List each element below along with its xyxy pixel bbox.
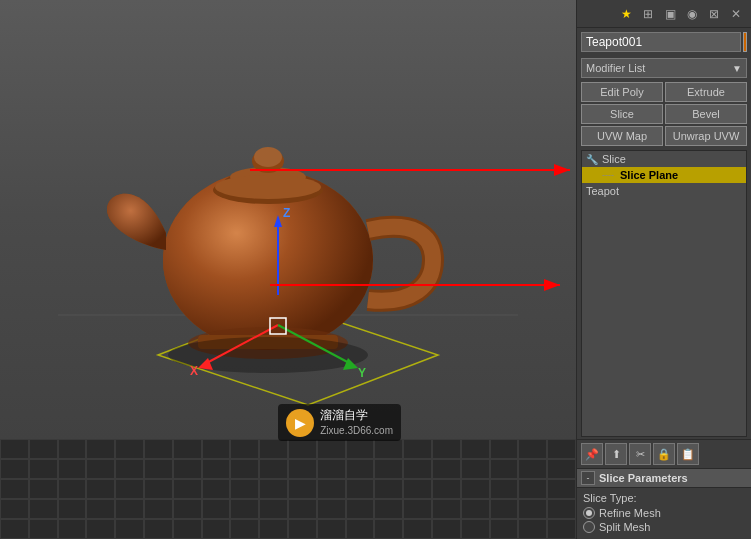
watermark-icon: ▶	[286, 409, 314, 437]
teapot-area: Z X Y	[30, 30, 546, 459]
dropdown-arrow-icon: ▼	[732, 63, 742, 74]
top-toolbar: ★ ⊞ ▣ ◉ ⊠ ✕	[577, 0, 751, 28]
modifier-row: Modifier List ▼	[577, 56, 751, 80]
svg-text:Z: Z	[283, 206, 290, 220]
split-mesh-label: Split Mesh	[599, 521, 650, 533]
bottom-icons-bar: 📌 ⬆ ✂ 🔒 📋	[577, 439, 751, 469]
refine-mesh-row[interactable]: Refine Mesh	[583, 507, 745, 519]
toolbar-icon-star[interactable]: ★	[615, 3, 637, 25]
unwrap-uvw-button[interactable]: Unwrap UVW	[665, 126, 747, 146]
button-grid: Edit Poly Extrude Slice Bevel UVW Map Un…	[577, 80, 751, 148]
toolbar-icon-box[interactable]: ▣	[659, 3, 681, 25]
refine-mesh-label: Refine Mesh	[599, 507, 661, 519]
modifier-list-dropdown[interactable]: Modifier List ▼	[581, 58, 747, 78]
extrude-button[interactable]: Extrude	[665, 82, 747, 102]
pin-icon[interactable]: 📌	[581, 443, 603, 465]
toolbar-icon-grid[interactable]: ⊞	[637, 3, 659, 25]
slice-plane-label: Slice Plane	[620, 169, 678, 181]
lock-icon[interactable]: 🔒	[653, 443, 675, 465]
toolbar-icon-circle[interactable]: ◉	[681, 3, 703, 25]
slice-plane-icon: ----	[602, 170, 614, 180]
svg-point-10	[215, 175, 321, 199]
bevel-button[interactable]: Bevel	[665, 104, 747, 124]
slice-parameters-section: - Slice Parameters Slice Type: Refine Me…	[577, 469, 751, 539]
scissors-icon[interactable]: ✂	[629, 443, 651, 465]
bottom-grid	[0, 439, 576, 539]
clipboard-icon[interactable]: 📋	[677, 443, 699, 465]
stack-item-teapot[interactable]: Teapot	[582, 183, 746, 199]
edit-poly-button[interactable]: Edit Poly	[581, 82, 663, 102]
slice-params-body: Slice Type: Refine Mesh Split Mesh	[577, 488, 751, 539]
uvw-map-button[interactable]: UVW Map	[581, 126, 663, 146]
scene-svg: Z X Y	[58, 65, 518, 425]
stack-subitem-slice-plane[interactable]: ---- Slice Plane	[582, 167, 746, 183]
name-row	[577, 28, 751, 56]
watermark-text: 溜溜自学 Zixue.3D66.com	[320, 408, 393, 437]
collapse-button[interactable]: -	[581, 471, 595, 485]
right-panel: ★ ⊞ ▣ ◉ ⊠ ✕ Modifier List ▼ Edit Poly Ex…	[576, 0, 751, 539]
svg-text:Y: Y	[358, 366, 366, 380]
stack-item-slice-label: Slice	[602, 153, 626, 165]
split-mesh-radio[interactable]	[583, 521, 595, 533]
slice-type-label: Slice Type:	[583, 492, 745, 504]
stack-item-slice-icon: 🔧	[586, 154, 598, 165]
modifier-stack[interactable]: 🔧 Slice ---- Slice Plane Teapot	[581, 150, 747, 437]
watermark: ▶ 溜溜自学 Zixue.3D66.com	[278, 404, 401, 441]
toolbar-icon-close[interactable]: ✕	[725, 3, 747, 25]
up-icon[interactable]: ⬆	[605, 443, 627, 465]
refine-mesh-radio[interactable]	[583, 507, 595, 519]
svg-point-8	[254, 147, 282, 167]
split-mesh-row[interactable]: Split Mesh	[583, 521, 745, 533]
slice-params-header: - Slice Parameters	[577, 469, 751, 488]
slice-button[interactable]: Slice	[581, 104, 663, 124]
svg-text:X: X	[190, 364, 198, 378]
toolbar-icon-x[interactable]: ⊠	[703, 3, 725, 25]
viewport[interactable]: Z X Y	[0, 0, 576, 539]
color-swatch[interactable]	[743, 32, 747, 52]
slice-params-title: Slice Parameters	[599, 472, 688, 484]
stack-item-slice[interactable]: 🔧 Slice	[582, 151, 746, 167]
object-name-input[interactable]	[581, 32, 741, 52]
